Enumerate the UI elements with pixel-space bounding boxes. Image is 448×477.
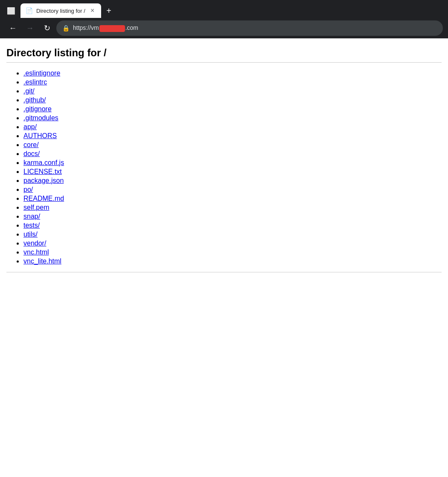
list-item: .gitmodules	[23, 114, 442, 122]
file-link[interactable]: utils/	[23, 231, 38, 238]
address-protocol: https://vm	[73, 24, 99, 31]
list-item: vendor/	[23, 240, 442, 247]
list-item: tests/	[23, 222, 442, 229]
tab-close-button[interactable]: ×	[89, 6, 96, 15]
page-title: Directory listing for /	[6, 47, 442, 59]
file-link[interactable]: snap/	[23, 213, 40, 220]
list-item: package.json	[23, 177, 442, 185]
lock-icon: 🔒	[62, 25, 70, 32]
list-item: utils/	[23, 231, 442, 238]
forward-button[interactable]: →	[22, 20, 38, 36]
file-link[interactable]: LICENSE.txt	[23, 168, 62, 175]
list-item: AUTHORS	[23, 132, 442, 140]
list-item: self.pem	[23, 204, 442, 211]
file-link[interactable]: .eslintignore	[23, 69, 60, 77]
address-text: https://vm.com	[73, 24, 437, 32]
list-item: .github/	[23, 96, 442, 104]
file-link[interactable]: .gitignore	[23, 105, 52, 113]
tab-title: Directory listing for /	[36, 8, 85, 14]
list-item: snap/	[23, 213, 442, 220]
new-tab-button[interactable]: +	[103, 4, 115, 17]
nav-bar: ← → ↻ 🔒 https://vm.com	[0, 18, 448, 38]
list-item: karma.conf.js	[23, 159, 442, 167]
sidebar-button[interactable]: ⬜	[3, 4, 19, 17]
active-tab[interactable]: 📄 Directory listing for / ×	[20, 3, 101, 18]
list-item: README.md	[23, 195, 442, 202]
file-link[interactable]: po/	[23, 186, 33, 193]
file-link[interactable]: vnc_lite.html	[23, 257, 61, 265]
file-list: .eslintignore.eslintrc.git/.github/.giti…	[6, 69, 442, 265]
list-item: .gitignore	[23, 105, 442, 113]
file-link[interactable]: .gitmodules	[23, 114, 58, 121]
list-item: vnc_lite.html	[23, 257, 442, 265]
back-button[interactable]: ←	[5, 20, 20, 36]
top-divider	[6, 62, 442, 63]
list-item: docs/	[23, 150, 442, 158]
file-link[interactable]: README.md	[23, 195, 64, 202]
file-link[interactable]: tests/	[23, 222, 40, 229]
page-content: Directory listing for / .eslintignore.es…	[0, 38, 448, 281]
file-link[interactable]: AUTHORS	[23, 132, 57, 139]
file-link[interactable]: vnc.html	[23, 249, 49, 256]
list-item: vnc.html	[23, 249, 442, 256]
redacted-address	[99, 25, 125, 32]
bottom-divider	[6, 272, 442, 272]
address-bar[interactable]: 🔒 https://vm.com	[56, 20, 443, 36]
file-link[interactable]: .github/	[23, 96, 46, 104]
tab-favicon-icon: 📄	[26, 7, 33, 14]
file-link[interactable]: docs/	[23, 150, 40, 157]
list-item: po/	[23, 186, 442, 194]
file-link[interactable]: karma.conf.js	[23, 159, 64, 166]
reload-button[interactable]: ↻	[39, 20, 55, 36]
file-link[interactable]: app/	[23, 123, 37, 130]
file-link[interactable]: self.pem	[23, 204, 49, 211]
browser-chrome: ⬜ 📄 Directory listing for / × + ← → ↻ 🔒 …	[0, 0, 448, 38]
address-domain-suffix: .com	[125, 24, 138, 31]
list-item: .git/	[23, 87, 442, 95]
list-item: app/	[23, 123, 442, 131]
file-link[interactable]: vendor/	[23, 240, 46, 247]
tab-bar: ⬜ 📄 Directory listing for / × +	[0, 0, 448, 18]
file-link[interactable]: package.json	[23, 177, 64, 184]
file-link[interactable]: .eslintrc	[23, 78, 47, 86]
list-item: core/	[23, 141, 442, 149]
file-link[interactable]: core/	[23, 141, 39, 148]
list-item: .eslintrc	[23, 78, 442, 86]
list-item: .eslintignore	[23, 69, 442, 77]
list-item: LICENSE.txt	[23, 168, 442, 176]
file-link[interactable]: .git/	[23, 87, 35, 95]
